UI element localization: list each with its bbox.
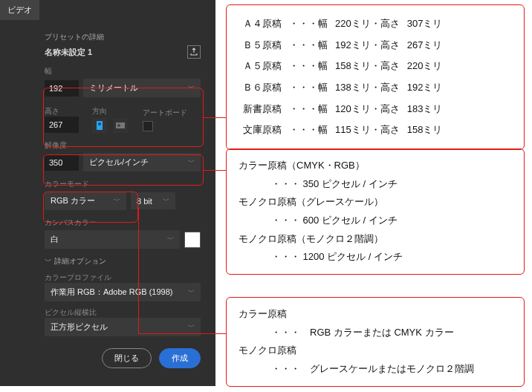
callout-resolution bbox=[43, 154, 204, 186]
info-line: モノクロ原稿 bbox=[239, 342, 512, 360]
callout-color-mode bbox=[43, 192, 138, 223]
info-line: カラー原稿（CMYK・RGB） bbox=[239, 157, 512, 175]
preset-detail-label: プリセットの詳細 bbox=[45, 32, 201, 42]
table-row: Ｂ６原稿・・・幅138ミリ・高さ192ミリ bbox=[240, 78, 445, 98]
chevron-down-icon: ﹀ bbox=[188, 322, 195, 332]
canvas-color-swatch[interactable] bbox=[184, 232, 201, 248]
table-row: Ｂ５原稿・・・幅192ミリ・高さ267ミリ bbox=[240, 36, 445, 56]
connector-res bbox=[204, 170, 226, 171]
connector-mode-v bbox=[138, 207, 139, 333]
close-button[interactable]: 閉じる bbox=[102, 348, 152, 368]
connector-mode-h bbox=[138, 333, 226, 334]
size-table: Ａ４原稿・・・幅220ミリ・高さ307ミリＢ５原稿・・・幅192ミリ・高さ267… bbox=[239, 13, 447, 142]
info-line: ・・・ グレースケールまたはモノクロ２階調 bbox=[239, 360, 512, 379]
export-preset-icon[interactable] bbox=[187, 45, 201, 59]
info-color-mode: カラー原稿 ・・・ RGB カラーまたは CMYK カラー モノクロ原稿 ・・・… bbox=[226, 297, 525, 387]
canvas-color-select[interactable]: 白﹀ bbox=[45, 230, 180, 249]
pixel-ratio-label: ピクセル縦横比 bbox=[45, 307, 201, 318]
color-profile-label: カラープロファイル bbox=[45, 272, 201, 283]
info-line: モノクロ原稿（グレースケール） bbox=[239, 193, 512, 212]
info-line: ・・・ 350 ピクセル / インチ bbox=[239, 175, 512, 194]
table-row: Ａ５原稿・・・幅158ミリ・高さ220ミリ bbox=[240, 56, 445, 76]
info-line: ・・・ 600 ピクセル / インチ bbox=[239, 212, 512, 230]
width-label: 幅 bbox=[45, 66, 201, 76]
chevron-down-icon: ﹀ bbox=[167, 235, 174, 244]
info-line: カラー原稿 bbox=[239, 305, 512, 324]
table-row: Ａ４原稿・・・幅220ミリ・高さ307ミリ bbox=[240, 14, 445, 34]
connector-size bbox=[204, 117, 226, 118]
info-line: モノクロ原稿（モノクロ２階調） bbox=[239, 230, 512, 249]
callout-size bbox=[43, 88, 204, 147]
chevron-down-icon: ﹀ bbox=[163, 196, 169, 206]
advanced-options-toggle[interactable]: ﹀ 詳細オプション bbox=[45, 256, 201, 267]
tab-video[interactable]: ビデオ bbox=[0, 0, 39, 20]
table-row: 新書原稿・・・幅120ミリ・高さ183ミリ bbox=[240, 99, 445, 120]
table-row: 文庫原稿・・・幅115ミリ・高さ158ミリ bbox=[240, 120, 445, 140]
info-sizes: Ａ４原稿・・・幅220ミリ・高さ307ミリＢ５原稿・・・幅192ミリ・高さ267… bbox=[226, 4, 525, 150]
info-line: ・・・ RGB カラーまたは CMYK カラー bbox=[239, 324, 512, 342]
preset-name: 名称未設定 1 bbox=[45, 47, 92, 58]
chevron-down-icon: ﹀ bbox=[188, 287, 195, 297]
create-button[interactable]: 作成 bbox=[159, 348, 201, 368]
info-resolution: カラー原稿（CMYK・RGB） ・・・ 350 ピクセル / インチ モノクロ原… bbox=[226, 148, 525, 275]
color-profile-select[interactable]: 作業用 RGB：Adobe RGB (1998)﹀ bbox=[45, 283, 201, 301]
info-line: ・・・ 1200 ピクセル / インチ bbox=[239, 248, 512, 267]
